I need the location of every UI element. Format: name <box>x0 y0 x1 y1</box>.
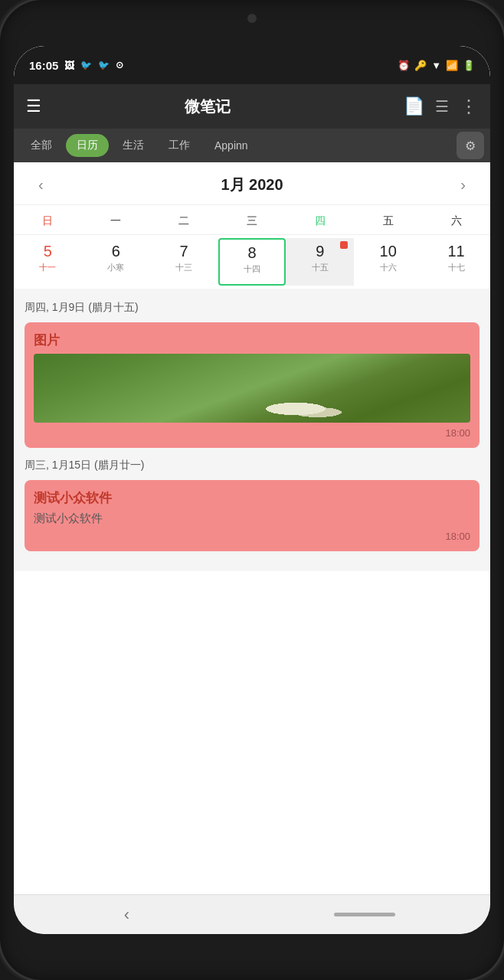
prev-month-button[interactable]: ‹ <box>32 173 50 197</box>
list-view-icon[interactable]: ☰ <box>435 97 449 116</box>
status-bar: 16:05 🖼 🐦 🐦 ⊙ ⏰ 🔑 ▼ 📶 🔋 <box>14 46 490 84</box>
cal-cell-9[interactable]: 9 十五 <box>286 238 354 286</box>
calendar-grid: 5 十一 6 小寒 7 十三 <box>14 235 490 289</box>
note-time-2: 18:00 <box>34 531 470 542</box>
cal-day-6: 6 <box>83 243 149 260</box>
note-image-1 <box>34 354 470 423</box>
key-icon: 🔑 <box>414 60 427 71</box>
cal-lunar-11: 十七 <box>424 262 489 273</box>
settings-tab[interactable]: ⚙ <box>457 132 484 159</box>
top-bar-icons: 📄 ☰ ⋮ <box>404 96 478 117</box>
status-time: 16:05 <box>29 59 58 72</box>
note-title-1: 图片 <box>34 332 470 349</box>
app-title: 微笔记 <box>20 96 394 117</box>
note-title-2: 测试小众软件 <box>34 489 470 507</box>
date-header-2: 周三, 1月15日 (腊月廿一) <box>25 459 479 472</box>
next-month-button[interactable]: › <box>454 173 472 197</box>
back-button[interactable]: ‹ <box>109 899 145 931</box>
top-bar: ☰ 微笔记 📄 ☰ ⋮ <box>14 84 490 129</box>
note-time-1: 18:00 <box>34 427 470 439</box>
weekday-sun: 日 <box>14 211 82 231</box>
more-options-icon[interactable]: ⋮ <box>460 96 478 117</box>
cal-lunar-7: 十三 <box>152 262 217 273</box>
weekday-tue: 二 <box>150 211 218 231</box>
tab-calendar[interactable]: 日历 <box>66 134 109 157</box>
weekday-mon: 一 <box>82 211 150 231</box>
status-right: ⏰ 🔑 ▼ 📶 🔋 <box>398 60 475 71</box>
cal-cell-6[interactable]: 6 小寒 <box>82 238 150 286</box>
twitter-icon: 🐦 <box>80 60 92 70</box>
wifi-icon: ▼ <box>431 60 441 71</box>
tab-life[interactable]: 生活 <box>112 134 155 157</box>
note-image-preview <box>34 354 470 423</box>
cal-day-8: 8 <box>221 244 283 262</box>
weekday-wed: 三 <box>218 211 286 231</box>
weekday-fri: 五 <box>354 211 422 231</box>
cal-lunar-10: 十六 <box>355 262 421 273</box>
bottom-nav: ‹ <box>14 894 490 934</box>
main-content: ‹ 1月 2020 › 日 一 二 三 四 五 六 <box>14 162 490 894</box>
alarm-icon: ⏰ <box>398 60 410 71</box>
battery-icon: 🔋 <box>463 60 475 71</box>
calendar-month-label: 1月 2020 <box>221 175 283 195</box>
gear-icon: ⚙ <box>465 139 476 153</box>
signal-icon: 📶 <box>446 60 458 71</box>
weekday-sat: 六 <box>422 211 490 231</box>
cal-day-7: 7 <box>152 243 217 260</box>
cal-cell-8[interactable]: 8 十四 <box>218 238 286 286</box>
weekday-thu: 四 <box>286 211 354 231</box>
date-header-1: 周四, 1月9日 (腊月十五) <box>25 301 479 315</box>
phone-screen: 16:05 🖼 🐦 🐦 ⊙ ⏰ 🔑 ▼ 📶 🔋 ☰ 微笔记 <box>14 46 490 934</box>
cal-cell-7[interactable]: 7 十三 <box>150 238 218 286</box>
cal-lunar-5: 十一 <box>15 262 80 273</box>
home-indicator[interactable] <box>334 913 395 916</box>
cal-lunar-6: 小寒 <box>83 262 149 273</box>
note-body-2: 测试小众软件 <box>34 511 470 526</box>
cal-cell-10[interactable]: 10 十六 <box>354 238 422 286</box>
circle-icon: ⊙ <box>116 60 123 70</box>
cal-lunar-9: 十五 <box>287 262 352 273</box>
tab-work[interactable]: 工作 <box>158 134 201 157</box>
status-left: 16:05 🖼 🐦 🐦 ⊙ <box>29 59 123 72</box>
cal-lunar-8: 十四 <box>221 263 283 275</box>
cal-day-5: 5 <box>15 243 80 260</box>
twitter2-icon: 🐦 <box>98 60 110 70</box>
weekdays-row: 日 一 二 三 四 五 六 <box>14 205 490 235</box>
tab-all[interactable]: 全部 <box>20 134 63 157</box>
tab-appinn[interactable]: Appinn <box>204 135 259 156</box>
cal-day-11: 11 <box>424 243 489 260</box>
add-note-icon[interactable]: 📄 <box>404 96 424 116</box>
cal-day-10: 10 <box>355 243 421 260</box>
calendar-area: ‹ 1月 2020 › 日 一 二 三 四 五 六 <box>14 162 490 289</box>
note-card-2[interactable]: 测试小众软件 测试小众软件 18:00 <box>25 480 479 551</box>
tab-bar: 全部 日历 生活 工作 Appinn ⚙ <box>14 129 490 162</box>
note-card-1[interactable]: 图片 18:00 <box>25 322 479 448</box>
event-dot <box>340 241 348 249</box>
camera-notch <box>247 14 257 23</box>
photo-icon: 🖼 <box>64 60 74 71</box>
cal-cell-5[interactable]: 5 十一 <box>14 238 82 286</box>
calendar-header: ‹ 1月 2020 › <box>14 162 490 205</box>
phone-frame: 16:05 🖼 🐦 🐦 ⊙ ⏰ 🔑 ▼ 📶 🔋 ☰ 微笔记 <box>0 0 504 980</box>
cal-cell-11[interactable]: 11 十七 <box>422 238 490 286</box>
notes-content: 周四, 1月9日 (腊月十五) 图片 18:00 周三, 1月15日 (腊月廿一… <box>14 289 490 571</box>
